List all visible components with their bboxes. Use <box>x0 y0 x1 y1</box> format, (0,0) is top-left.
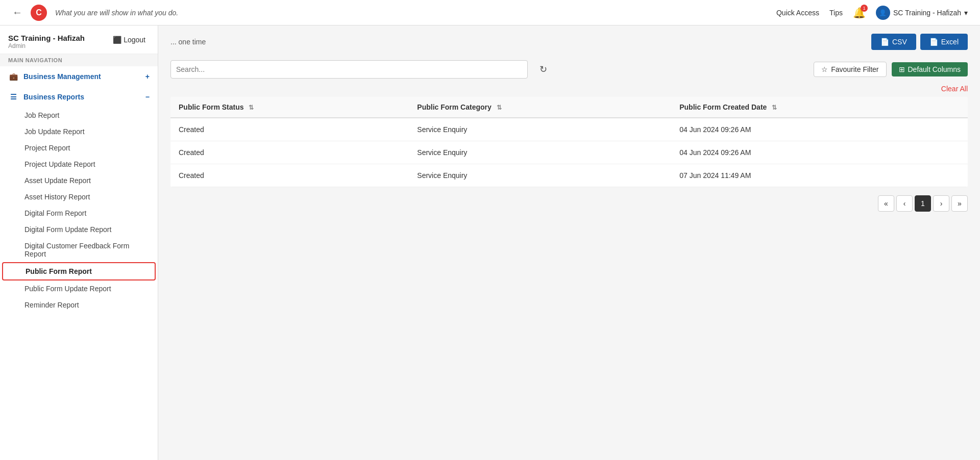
content-info-text: ... one time <box>170 38 206 46</box>
sidebar-item-job-update-report[interactable]: Job Update Report <box>0 123 158 140</box>
csv-icon: 📄 <box>880 38 889 46</box>
notification-badge: 1 <box>861 5 868 12</box>
cell-created-date-2: 07 Jun 2024 11:49 AM <box>671 164 968 187</box>
first-page-button[interactable]: « <box>878 195 894 212</box>
col-public-form-created-date[interactable]: Public Form Created Date ⇅ <box>671 97 968 118</box>
excel-label: Excel <box>941 38 959 46</box>
reports-icon: ☰ <box>8 92 18 102</box>
table-row: Created Service Enquiry 04 Jun 2024 09:2… <box>170 118 968 141</box>
sidebar-item-bm-label: Business Management <box>23 72 101 81</box>
sort-icon-created-date: ⇅ <box>772 104 777 111</box>
sidebar-user-info: SC Training - Hafizah Admin <box>8 34 85 49</box>
sidebar-user-role: Admin <box>8 42 85 49</box>
filter-bar-right: ☆ Favourite Filter ⊞ Default Columns <box>814 62 968 77</box>
cell-created-date-0: 04 Jun 2024 09:26 AM <box>671 118 968 141</box>
sort-icon-category: ⇅ <box>497 104 502 111</box>
logout-icon: ⬛ <box>113 36 121 44</box>
sidebar-item-br-label: Business Reports <box>23 93 84 101</box>
prev-page-button[interactable]: ‹ <box>896 195 913 212</box>
sort-icon-status: ⇅ <box>249 104 254 111</box>
sidebar-item-project-update-report[interactable]: Project Update Report <box>0 156 158 172</box>
sidebar-item-public-form-report[interactable]: Public Form Report <box>2 262 156 280</box>
back-button[interactable]: ← <box>12 7 22 18</box>
expand-icon: + <box>145 72 150 81</box>
search-input[interactable] <box>170 60 528 79</box>
sidebar-item-project-report[interactable]: Project Report <box>0 140 158 156</box>
sidebar: SC Training - Hafizah Admin ⬛ Logout MAI… <box>0 25 158 460</box>
col-public-form-category[interactable]: Public Form Category ⇅ <box>409 97 671 118</box>
topbar-right: Quick Access Tips 🔔 1 👤 SC Training - Ha… <box>776 6 968 20</box>
pagination: « ‹ 1 › » <box>158 187 980 220</box>
favourite-filter-label: Favourite Filter <box>831 65 878 73</box>
csv-button[interactable]: 📄 CSV <box>871 34 916 50</box>
content-header: ... one time 📄 CSV 📄 Excel <box>158 25 980 56</box>
excel-button[interactable]: 📄 Excel <box>920 34 968 50</box>
sidebar-item-digital-form-report[interactable]: Digital Form Report <box>0 205 158 221</box>
cell-category-2: Service Enquiry <box>409 164 671 187</box>
tips-link[interactable]: Tips <box>829 9 843 17</box>
topbar: ← C What you are will show in what you d… <box>0 0 980 25</box>
user-menu-chevron: ▾ <box>964 9 968 17</box>
sidebar-item-digital-customer-feedback-form-report[interactable]: Digital Customer Feedback Form Report <box>0 238 158 262</box>
excel-icon: 📄 <box>929 38 938 46</box>
favourite-filter-button[interactable]: ☆ Favourite Filter <box>814 62 886 77</box>
clear-all[interactable]: Clear All <box>158 83 980 97</box>
next-page-button[interactable]: › <box>933 195 949 212</box>
filter-bar: ↻ ☆ Favourite Filter ⊞ Default Columns <box>158 56 980 83</box>
notification-button[interactable]: 🔔 1 <box>853 7 866 19</box>
cell-status-0: Created <box>170 118 409 141</box>
topbar-tagline: What you are will show in what you do. <box>55 9 178 17</box>
default-columns-button[interactable]: ⊞ Default Columns <box>892 62 968 76</box>
cell-category-0: Service Enquiry <box>409 118 671 141</box>
table-row: Created Service Enquiry 04 Jun 2024 09:2… <box>170 141 968 164</box>
filter-bar-left: ↻ <box>170 60 814 79</box>
sidebar-header: SC Training - Hafizah Admin ⬛ Logout <box>0 25 158 54</box>
csv-label: CSV <box>892 38 907 46</box>
sidebar-item-business-reports[interactable]: ☰ Business Reports − <box>0 87 158 107</box>
sidebar-user-name: SC Training - Hafizah <box>8 34 85 42</box>
sidebar-item-reminder-report[interactable]: Reminder Report <box>0 297 158 313</box>
star-icon: ☆ <box>821 65 828 73</box>
sidebar-item-job-report[interactable]: Job Report <box>0 107 158 123</box>
collapse-icon: − <box>145 93 150 101</box>
col-public-form-status[interactable]: Public Form Status ⇅ <box>170 97 409 118</box>
avatar: 👤 <box>876 6 890 20</box>
quick-access-link[interactable]: Quick Access <box>776 9 819 17</box>
briefcase-icon: 💼 <box>8 71 18 82</box>
cell-status-2: Created <box>170 164 409 187</box>
sidebar-item-asset-update-report[interactable]: Asset Update Report <box>0 172 158 189</box>
sidebar-item-digital-form-update-report[interactable]: Digital Form Update Report <box>0 221 158 238</box>
logout-button[interactable]: ⬛ Logout <box>109 34 150 46</box>
sidebar-item-public-form-update-report[interactable]: Public Form Update Report <box>0 280 158 297</box>
data-table: Public Form Status ⇅ Public Form Categor… <box>170 97 968 187</box>
user-menu[interactable]: 👤 SC Training - Hafizah ▾ <box>876 6 968 20</box>
main-content: ... one time 📄 CSV 📄 Excel <box>158 25 980 460</box>
table-wrapper: Public Form Status ⇅ Public Form Categor… <box>158 97 980 187</box>
columns-icon: ⊞ <box>899 65 905 73</box>
sidebar-item-asset-history-report[interactable]: Asset History Report <box>0 189 158 205</box>
user-name-display: SC Training - Hafizah <box>893 9 961 17</box>
topbar-left: ← C What you are will show in what you d… <box>12 5 178 21</box>
nav-section-label: MAIN NAVIGATION <box>0 54 158 66</box>
refresh-button[interactable]: ↻ <box>534 60 552 79</box>
logout-label: Logout <box>124 36 145 44</box>
cell-category-1: Service Enquiry <box>409 141 671 164</box>
cell-status-1: Created <box>170 141 409 164</box>
content-area: ... one time 📄 CSV 📄 Excel <box>158 25 980 460</box>
cell-created-date-1: 04 Jun 2024 09:26 AM <box>671 141 968 164</box>
export-buttons: 📄 CSV 📄 Excel <box>871 34 968 50</box>
last-page-button[interactable]: » <box>951 195 968 212</box>
page-1-button[interactable]: 1 <box>915 195 931 212</box>
sidebar-item-business-management[interactable]: 💼 Business Management + <box>0 66 158 87</box>
table-row: Created Service Enquiry 07 Jun 2024 11:4… <box>170 164 968 187</box>
app-logo: C <box>31 5 47 21</box>
default-columns-label: Default Columns <box>908 65 961 73</box>
table-header-row: Public Form Status ⇅ Public Form Categor… <box>170 97 968 118</box>
